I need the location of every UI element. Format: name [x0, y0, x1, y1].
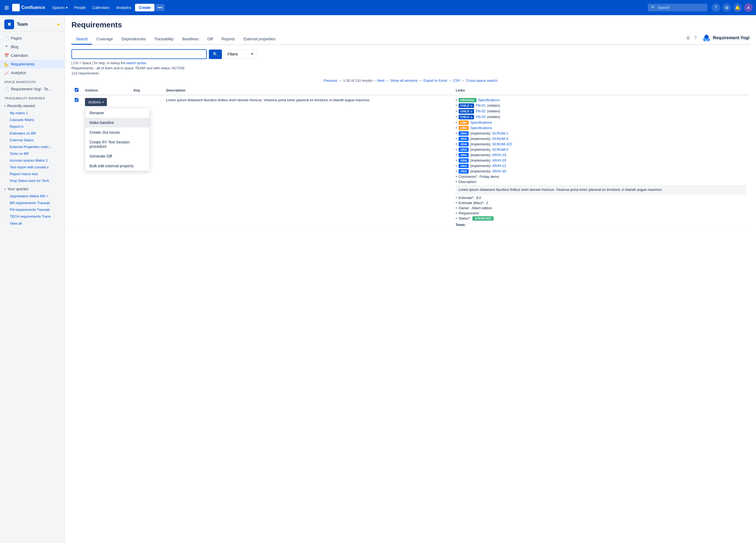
- search-button[interactable]: 🔍: [209, 50, 222, 59]
- create-button[interactable]: Create: [135, 4, 155, 11]
- requirements-search-input[interactable]: [71, 49, 207, 59]
- sidebar-resize-handle[interactable]: [64, 15, 65, 543]
- scrum322-link[interactable]: SCRUM-322: [492, 142, 512, 146]
- tab-traceability[interactable]: Traceability: [150, 34, 178, 45]
- sidebar-analytics-label: Analytics: [11, 71, 26, 75]
- sidebar-shortcut-ry[interactable]: 📄 Requirement Yogi - Te...: [0, 85, 65, 93]
- list-item[interactable]: BR requirements Traceab: [5, 199, 65, 206]
- sidebar-item-requirements[interactable]: 📐 Requirements: [0, 60, 65, 68]
- next-link[interactable]: Next: [377, 78, 384, 83]
- list-item[interactable]: Accross spaces Matrix 1: [5, 157, 65, 164]
- nav-people[interactable]: People: [71, 4, 89, 11]
- nav-analytics[interactable]: Analytics: [113, 4, 134, 11]
- scrum3-link[interactable]: SCRUM-3: [492, 137, 508, 141]
- list-item[interactable]: My matrix 1: [5, 110, 65, 116]
- list-item[interactable]: Approbation Matrix BR >: [5, 193, 65, 199]
- sidebar-item-blog[interactable]: ❝ Blog: [0, 42, 65, 51]
- link-item-fn03: CHILD ↘ FN-03 (relates): [456, 115, 746, 119]
- ry-logo-icon: [702, 34, 711, 42]
- jira-badge: JIRA: [459, 142, 469, 146]
- link-item-estimate: Estimate*: 8.0: [456, 196, 746, 200]
- actions-dropdown-wrapper: Actions ▾ Rename Make baseline Create Ji…: [85, 98, 107, 106]
- select-all-checkbox[interactable]: [75, 88, 78, 92]
- search-syntax-link[interactable]: search syntax: [126, 61, 146, 65]
- view-all-link[interactable]: View all: [0, 220, 65, 227]
- tab-external-properties[interactable]: External properties: [239, 34, 280, 45]
- original-badge: ORIGINAL: [459, 98, 476, 102]
- dropdown-item-make-baseline[interactable]: Make baseline: [85, 118, 150, 127]
- link-item-xray21: JIRA (implements) XRAY-21: [456, 164, 746, 168]
- fn02-link[interactable]: FN-02: [476, 109, 485, 113]
- sidebar-item-pages[interactable]: 📄 Pages: [0, 34, 65, 42]
- grid-icon[interactable]: ⊞: [3, 3, 10, 12]
- nav-spaces[interactable]: Spaces ▾: [49, 4, 70, 11]
- list-item[interactable]: Tests on BR: [5, 150, 65, 157]
- dropdown-item-create-jira[interactable]: Create Jira issues: [85, 127, 150, 137]
- xray20-link[interactable]: XRAY-20: [492, 158, 506, 162]
- help-icon[interactable]: ?: [712, 3, 720, 12]
- xray21-link[interactable]: XRAY-21: [492, 164, 506, 168]
- scrum1-link[interactable]: SCRUM-1: [492, 131, 508, 135]
- list-item[interactable]: External Properties matri…: [5, 143, 65, 150]
- dropdown-item-bulk-edit[interactable]: Bulk edit external property: [85, 161, 150, 171]
- dropdown-item-create-ry-test[interactable]: Create RY Test Session procedure: [85, 137, 150, 151]
- confluence-logo[interactable]: Confluence: [12, 4, 45, 11]
- sidebar-blog-label: Blog: [11, 45, 18, 49]
- sidebar-item-calendars[interactable]: 📅 Calendars: [0, 51, 65, 60]
- settings-icon[interactable]: ⚙: [722, 3, 731, 12]
- svg-point-1: [703, 38, 706, 41]
- export-excel-link[interactable]: Export to Excel: [423, 78, 447, 83]
- nav-calendars[interactable]: Calendars: [90, 4, 112, 11]
- list-item[interactable]: External Status: [5, 137, 65, 143]
- scrum5-link[interactable]: SCRUM-5: [492, 147, 508, 151]
- jira-badge: JIRA: [459, 147, 469, 152]
- tab-search[interactable]: Search: [71, 34, 92, 45]
- tab-baselines[interactable]: Baselines: [178, 34, 203, 45]
- original-specifications-link[interactable]: Specifications: [478, 98, 500, 102]
- your-queries-header[interactable]: ▾ Your queries: [0, 185, 65, 193]
- tab-reports[interactable]: Reports: [217, 34, 239, 45]
- xray19-link[interactable]: XRAY-19: [492, 153, 506, 157]
- dropdown-item-generate-diff[interactable]: Generate Diff: [85, 151, 150, 161]
- more-button[interactable]: •••: [156, 4, 165, 11]
- cross-space-search-link[interactable]: Cross-space search: [466, 78, 498, 83]
- list-item[interactable]: Xray Status bars for Tech: [5, 177, 65, 184]
- notifications-icon[interactable]: 🔔: [733, 3, 742, 12]
- link-item-estimate-max: Estimate (Max)*: 2: [456, 201, 746, 205]
- help-tab-icon[interactable]: ?: [693, 34, 698, 41]
- link-specifications2[interactable]: Specifications: [470, 126, 492, 130]
- fn01-link[interactable]: FN-01: [476, 103, 485, 107]
- csv-link[interactable]: CSV: [453, 78, 460, 83]
- list-item[interactable]: Cascade Matrix: [5, 116, 65, 123]
- sidebar-item-analytics[interactable]: 📈 Analytics: [0, 68, 65, 77]
- list-item[interactable]: FN requirements Traceab: [5, 206, 65, 213]
- list-item[interactable]: Report A: [5, 123, 65, 130]
- list-item[interactable]: Test report with comala s: [5, 164, 65, 170]
- list-item[interactable]: Estimates on BR: [5, 130, 65, 137]
- previous-link[interactable]: Previous: [324, 78, 337, 83]
- link-item-xray30: JIRA (implements) XRAY-30: [456, 169, 746, 173]
- xray30-link[interactable]: XRAY-30: [492, 169, 506, 173]
- jira-badge: JIRA: [459, 158, 469, 163]
- estimate-max-value: 2: [486, 201, 488, 205]
- list-item[interactable]: Report macro test: [5, 170, 65, 177]
- actions-button[interactable]: Actions ▾: [85, 98, 107, 106]
- link-specifications1[interactable]: Specifications: [470, 120, 492, 124]
- tab-dependencies[interactable]: Dependencies: [117, 34, 150, 45]
- list-item[interactable]: TECH requirements Trace: [5, 213, 65, 220]
- dropdown-item-rename[interactable]: Rename: [85, 108, 150, 118]
- recently-viewed-header[interactable]: ▾ Recently viewed: [0, 102, 65, 110]
- tab-coverage[interactable]: Coverage: [92, 34, 117, 45]
- star-icon[interactable]: ★: [57, 22, 60, 27]
- description-expanded: Lorem ipsum dolaesent faucibus finibus e…: [456, 185, 746, 195]
- search-bar[interactable]: 🔍: [648, 4, 707, 11]
- settings-tab-icon[interactable]: ⚙: [685, 34, 691, 42]
- tab-diff[interactable]: Diff: [203, 34, 217, 45]
- filters-select[interactable]: Filters: [224, 50, 257, 59]
- fn03-link[interactable]: FN-03: [476, 115, 485, 119]
- search-input[interactable]: [658, 5, 701, 10]
- show-all-versions-link[interactable]: Show all versions: [390, 78, 418, 83]
- toggle-icon: ▾: [4, 187, 6, 190]
- user-avatar[interactable]: A: [744, 3, 753, 12]
- row-checkbox[interactable]: [75, 98, 78, 102]
